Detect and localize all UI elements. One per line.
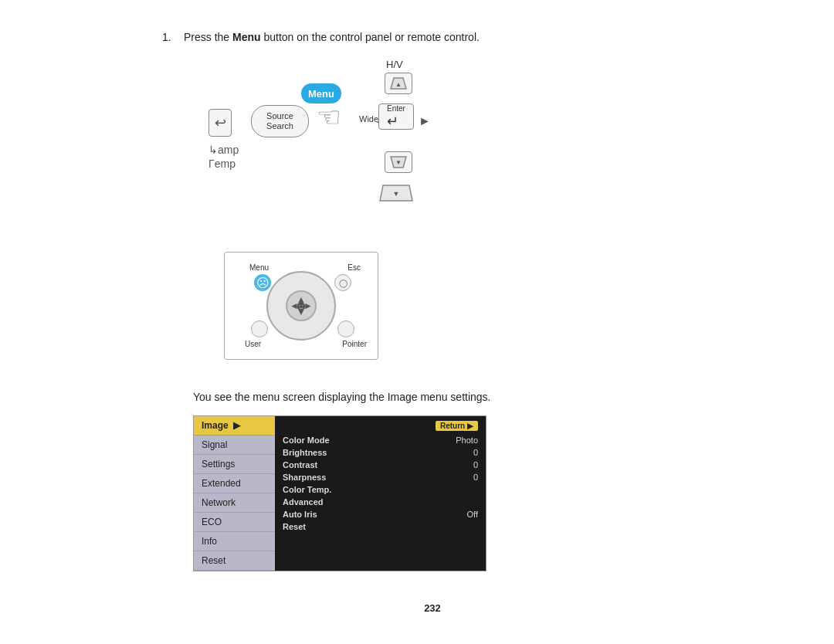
return-button[interactable]: Return ▶ bbox=[436, 421, 478, 431]
menu-item-settings[interactable]: Settings bbox=[194, 455, 275, 474]
hand-icon: ☞ bbox=[317, 101, 341, 134]
circular-diagram: Menu Esc User Pointer ☹ ◯ ▲ ▼ ◄ ► ☻ bbox=[208, 244, 440, 368]
remote-diagram: H/V ▲ ↩ SourceSearch Menu ☞ Wide ◄ Enter… bbox=[208, 59, 517, 221]
menu-header: Return ▶ bbox=[283, 421, 478, 431]
menu-right-panel: Return ▶ Color Mode Photo Brightness 0 C… bbox=[275, 416, 486, 571]
svg-text:▼: ▼ bbox=[393, 190, 400, 198]
enter-button[interactable]: Enter↵ bbox=[378, 103, 414, 130]
source-search-button[interactable]: SourceSearch bbox=[251, 105, 309, 137]
menu-item-network[interactable]: Network bbox=[194, 493, 275, 513]
instruction-number: 1. bbox=[162, 31, 178, 43]
menu-item-eco[interactable]: ECO bbox=[194, 513, 275, 532]
enter-label: Enter↵ bbox=[387, 104, 405, 130]
menu-row-color-mode: Color Mode Photo bbox=[283, 434, 478, 446]
instruction-text: Press the Menu button on the control pan… bbox=[184, 31, 480, 43]
menu-item-extended[interactable]: Extended bbox=[194, 474, 275, 493]
source-search-label: SourceSearch bbox=[266, 111, 293, 131]
right-arrow-icon: ► bbox=[419, 114, 431, 128]
hv-bottom-shape: ▼ bbox=[378, 182, 414, 207]
ctrl-left-arrow[interactable]: ◄ bbox=[290, 300, 299, 311]
ctrl-right-arrow[interactable]: ► bbox=[303, 300, 313, 311]
menu-item-reset[interactable]: Reset bbox=[194, 551, 275, 571]
hv-down-button: ▼ bbox=[385, 151, 412, 173]
menu-screen: Image ▶ Signal Settings Extended Network… bbox=[193, 415, 486, 571]
page: 1. Press the Menu button on the control … bbox=[116, 0, 718, 644]
lamp-label: ↳amp bbox=[208, 144, 239, 156]
menu-left-panel: Image ▶ Signal Settings Extended Network… bbox=[194, 416, 275, 571]
ctrl-user-label: User bbox=[245, 340, 261, 348]
ctrl-dpad: ▲ ▼ ◄ ► ☻ bbox=[266, 271, 336, 341]
svg-text:▲: ▲ bbox=[395, 81, 402, 88]
ctrl-esc-dot[interactable]: ◯ bbox=[334, 274, 351, 291]
page-number: 232 bbox=[162, 602, 703, 614]
see-text: You see the menu screen displaying the I… bbox=[193, 391, 703, 403]
back-button[interactable]: ↩ bbox=[208, 109, 232, 137]
ctrl-user-dot[interactable] bbox=[251, 320, 268, 337]
menu-item-info[interactable]: Info bbox=[194, 532, 275, 551]
temp-label: Γemp bbox=[208, 158, 236, 170]
ctrl-menu-dot[interactable]: ☹ bbox=[254, 274, 271, 291]
menu-row-sharpness: Sharpness 0 bbox=[283, 471, 478, 483]
menu-row-auto-iris: Auto Iris Off bbox=[283, 508, 478, 520]
hv-label: H/V bbox=[386, 59, 403, 70]
ctrl-esc-label: Esc bbox=[348, 263, 361, 272]
menu-row-reset: Reset bbox=[283, 520, 478, 533]
instruction-1: 1. Press the Menu button on the control … bbox=[162, 31, 703, 43]
ctrl-pointer-dot[interactable] bbox=[337, 320, 354, 337]
menu-row-brightness: Brightness 0 bbox=[283, 446, 478, 459]
svg-text:▼: ▼ bbox=[395, 159, 402, 166]
menu-row-color-temp: Color Temp. bbox=[283, 483, 478, 496]
hv-up-button: ▲ bbox=[385, 73, 412, 94]
ctrl-pointer-label: Pointer bbox=[342, 340, 367, 348]
ctrl-menu-label: Menu bbox=[249, 263, 269, 272]
ctrl-box: Menu Esc User Pointer ☹ ◯ ▲ ▼ ◄ ► ☻ bbox=[224, 252, 378, 360]
menu-row-advanced: Advanced bbox=[283, 496, 478, 508]
menu-row-contrast: Contrast 0 bbox=[283, 459, 478, 471]
menu-item-signal[interactable]: Signal bbox=[194, 436, 275, 455]
menu-item-image[interactable]: Image ▶ bbox=[194, 416, 275, 436]
